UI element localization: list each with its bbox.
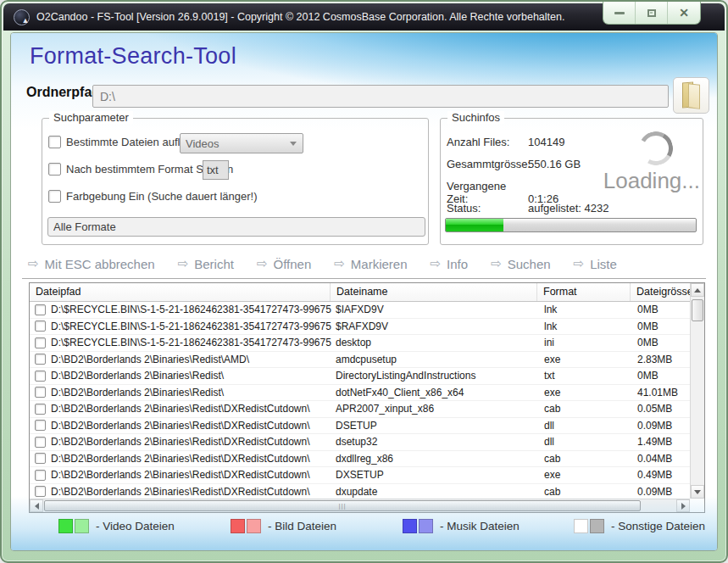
minimize-button[interactable] (603, 2, 636, 24)
row-checkbox[interactable] (35, 337, 46, 348)
page-title: Format-Search-Tool (30, 43, 236, 70)
main-panel: Format-Search-Tool Ordnerpfad: Suchparam… (10, 32, 718, 551)
toolbar-button-info[interactable]: ⇨Info (431, 256, 469, 271)
table-row[interactable]: D:\BD2\Borderlands 2\Binaries\Redist\DXR… (30, 467, 690, 484)
row-checkbox[interactable] (35, 387, 46, 398)
row-checkbox[interactable] (35, 304, 46, 315)
scroll-right-button[interactable] (676, 499, 690, 512)
cell-dateigroesse: 0MB (631, 337, 690, 348)
cell-dateigroesse: 2.83MB (631, 354, 690, 365)
legend-item-video-dateien: - Video Dateien (58, 519, 175, 533)
table-row[interactable]: D:\BD2\Borderlands 2\Binaries\Redist\Dir… (30, 368, 690, 385)
column-header-dateigroesse[interactable]: Dateigrösse (631, 283, 690, 301)
row-checkbox[interactable] (35, 321, 46, 332)
arrow-right-icon: ⇨ (334, 256, 345, 271)
cell-format: txt (538, 370, 631, 382)
toolbar-button-markieren[interactable]: ⇨Markieren (334, 256, 407, 271)
column-header-format[interactable]: Format (537, 283, 631, 301)
table-row[interactable]: D:\BD2\Borderlands 2\Binaries\Redist\DXR… (30, 401, 690, 418)
arrow-right-icon: ⇨ (574, 256, 585, 271)
close-button[interactable]: ✕ (668, 2, 700, 24)
file-type-dropdown[interactable]: Videos (180, 133, 303, 153)
row-checkbox[interactable] (35, 354, 46, 365)
cell-dateigroesse: 0.04MB (631, 453, 690, 465)
row-checkbox[interactable] (35, 486, 46, 497)
row-checkbox[interactable] (35, 453, 46, 464)
cell-dateigroesse: 0MB (631, 370, 690, 382)
toolbar-button-mit-esc-abbrechen[interactable]: ⇨Mit ESC abbrechen (28, 256, 155, 271)
toolbar-button-label: Info (447, 257, 468, 271)
info-row: Status:aufgelistet: 4232 (447, 202, 609, 215)
progress-bar (445, 218, 697, 232)
table-row[interactable]: D:\BD2\Borderlands 2\Binaries\Redist\DXR… (30, 434, 690, 451)
legend-color-swatch (403, 519, 417, 533)
suchparameter-group: Suchparameter Bestimmte Dateien aufliste… (42, 118, 429, 245)
browse-folder-button[interactable] (673, 77, 709, 114)
table-row[interactable]: D:\BD2\Borderlands 2\Binaries\Redist\AMD… (30, 352, 690, 369)
toolbar-button-label: Mit ESC abbrechen (45, 257, 155, 271)
toolbar-button-ffnen[interactable]: ⇨Öffnen (257, 256, 311, 271)
cell-format: lnk (538, 304, 631, 315)
cell-dateigroesse: 0.09MB (631, 420, 690, 432)
coloring-checkbox[interactable] (48, 190, 61, 203)
file-type-legend: - Video Dateien- Bild Dateien- Musik Dat… (11, 519, 717, 536)
horizontal-scroll-thumb[interactable]: ||| (44, 500, 641, 511)
toolbar-button-label: Suchen (508, 257, 551, 271)
grip-icon: ||| (338, 503, 346, 510)
toolbar-button-liste[interactable]: ⇨Liste (574, 256, 617, 271)
toolbar: ⇨Mit ESC abbrechen⇨Bericht⇨Öffnen⇨Markie… (28, 251, 705, 276)
toolbar-button-suchen[interactable]: ⇨Suchen (491, 256, 550, 271)
scroll-left-button[interactable] (30, 499, 43, 512)
row-checkbox[interactable] (35, 371, 46, 382)
coloring-label: Farbgebung Ein (Suche dauert länger!) (66, 190, 257, 203)
table-row[interactable]: D:\$RECYCLE.BIN\S-1-5-21-1862462381-3541… (30, 302, 690, 319)
horizontal-scrollbar[interactable]: ||| (30, 499, 690, 512)
row-checkbox[interactable] (35, 420, 46, 431)
row-checkbox[interactable] (35, 437, 46, 448)
minimize-icon (614, 12, 625, 14)
cell-dateiname: $IAFXD9V (331, 304, 538, 315)
legend-label: - Video Dateien (96, 520, 175, 532)
vertical-scroll-thumb[interactable] (692, 299, 703, 321)
row-checkbox[interactable] (35, 404, 46, 415)
table-row[interactable]: D:\BD2\Borderlands 2\Binaries\Redist\DXR… (30, 451, 690, 468)
all-formats-input[interactable] (47, 217, 425, 237)
cell-dateigroesse: 41.01MB (631, 387, 690, 399)
cell-dateipfad: D:\BD2\Borderlands 2\Binaries\Redist\DXR… (51, 486, 331, 498)
cell-dateipfad: D:\BD2\Borderlands 2\Binaries\Redist\AMD… (51, 354, 331, 365)
triangle-down-icon (694, 490, 701, 494)
window-controls: ✕ (603, 2, 701, 25)
cell-dateiname: DSETUP (331, 420, 538, 432)
suchinfos-legend: Suchinfos (447, 111, 504, 124)
arrow-right-icon: ⇨ (431, 256, 442, 271)
cell-dateigroesse: 0.05MB (631, 403, 690, 415)
table-body: D:\$RECYCLE.BIN\S-1-5-21-1862462381-3541… (30, 302, 690, 499)
maximize-button[interactable] (636, 2, 668, 24)
cell-dateipfad: D:\BD2\Borderlands 2\Binaries\Redist\DXR… (51, 453, 331, 465)
table-row[interactable]: D:\$RECYCLE.BIN\S-1-5-21-1862462381-3541… (30, 319, 690, 336)
cell-dateiname: amdcpusetup (331, 354, 538, 365)
vertical-scrollbar[interactable] (690, 283, 704, 499)
folder-path-input[interactable] (92, 85, 669, 108)
scroll-down-button[interactable] (691, 485, 704, 499)
scroll-up-button[interactable] (691, 283, 704, 297)
arrow-right-icon: ⇨ (257, 256, 268, 271)
arrow-right-icon: ⇨ (178, 256, 189, 271)
table-row[interactable]: D:\$RECYCLE.BIN\S-1-5-21-1862462381-3541… (30, 335, 690, 352)
cell-format: exe (538, 469, 631, 481)
table-row[interactable]: D:\BD2\Borderlands 2\Binaries\Redist\DXR… (30, 484, 690, 499)
format-search-checkbox[interactable] (48, 163, 61, 176)
format-extension-input[interactable] (203, 160, 229, 180)
toolbar-button-bericht[interactable]: ⇨Bericht (178, 256, 234, 271)
column-header-dateiname[interactable]: Dateiname (331, 283, 537, 301)
list-files-checkbox[interactable] (48, 136, 61, 148)
legend-label: - Sonstige Dateien (611, 520, 705, 532)
column-header-dateipfad[interactable]: Dateipfad (30, 283, 331, 301)
cell-dateipfad: D:\BD2\Borderlands 2\Binaries\Redist\DXR… (51, 403, 331, 415)
gesamtgroesse-value: 550.16 GB (528, 158, 581, 170)
cell-dateiname: DirectoryListingAndInstructions (331, 370, 538, 382)
cell-dateiname: DXSETUP (331, 469, 538, 481)
row-checkbox[interactable] (35, 470, 46, 481)
table-row[interactable]: D:\BD2\Borderlands 2\Binaries\Redist\DXR… (30, 418, 690, 435)
table-row[interactable]: D:\BD2\Borderlands 2\Binaries\Redist\dot… (30, 385, 690, 402)
